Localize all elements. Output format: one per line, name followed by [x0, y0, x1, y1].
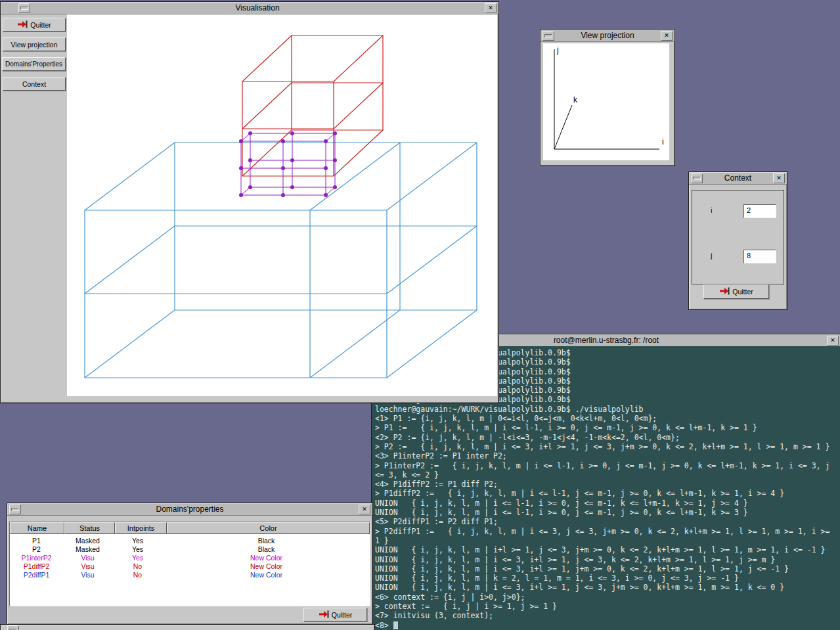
terminal-line: 1 } [375, 536, 839, 545]
partial-window[interactable] [0, 624, 375, 630]
p1diffp2-wireframe [242, 35, 383, 176]
window-menu-icon[interactable] [691, 173, 703, 183]
terminal-line: > P2diffP1 := { i, j, k, l, m | i <= 3, … [375, 527, 839, 536]
table-cell: No [112, 562, 163, 570]
quitter-button-label: Quitter [332, 611, 353, 619]
projection-axes: j k i [543, 43, 669, 160]
terminal-line: <2> P2 := {i, j, k, l, m | -l<i<=3, -m-1… [375, 433, 839, 442]
context-i-field[interactable]: 2 [743, 204, 776, 218]
context-j-field[interactable]: 8 [743, 250, 776, 263]
quitter-button[interactable]: Quitter [3, 18, 66, 32]
context-field-label: i [711, 206, 712, 214]
domains-titlebar[interactable]: Domains'properties ✕ [7, 503, 372, 516]
table-row[interactable]: P1MaskedYesBlack [10, 536, 370, 545]
close-icon[interactable]: ✕ [485, 3, 497, 13]
visualisation-titlebar[interactable]: Visualisation ✕ [1, 2, 498, 14]
table-row[interactable]: P2MaskedYesBlack [10, 545, 370, 553]
terminal-line: <1> P1 := {i, j, k, l, m | 0<=i<l, 0<=j<… [375, 414, 839, 423]
close-icon[interactable]: ✕ [827, 336, 839, 346]
close-icon[interactable]: ✕ [359, 505, 370, 514]
terminal-prompt: <8> [375, 621, 839, 630]
table-cell: Black [163, 545, 370, 553]
terminal-line: UNION { i, j, k, l, m | i <= 3, i+l >= 1… [375, 564, 839, 574]
view-projection-window: View projection ✕ j k i [540, 29, 675, 166]
context-button-label: Context [22, 80, 46, 88]
visualisation-canvas[interactable] [67, 14, 497, 396]
table-cell: Yes [112, 553, 163, 562]
column-header-intpoints[interactable]: Intpoints [115, 522, 167, 534]
axis-label-k: k [573, 95, 578, 104]
context-window: Context ✕ i 2 j 8 Quitter [688, 171, 787, 310]
view-projection-title: View projection [556, 31, 659, 40]
terminal-line: > P2 := { i, j, k, l, m | i <= 3, i+l >=… [375, 442, 839, 451]
terminal-line: UNION { i, j, k, l, m | i <= l-1, i >= 0… [375, 508, 839, 517]
table-cell: Masked [63, 536, 112, 545]
view-projection-button-label: View projection [11, 41, 57, 49]
close-icon[interactable]: ✕ [661, 31, 673, 41]
quit-icon [719, 287, 730, 296]
terminal-line: <= 3, k <= 2 } [375, 470, 839, 480]
terminal-line: UNION { i, j, k, l, m | i+l >= 1, j <= 3… [375, 545, 839, 554]
terminal-line: <3> P1interP2 := P1 inter P2; [375, 451, 839, 461]
window-menu-icon[interactable] [9, 505, 21, 514]
projection-canvas[interactable]: j k i [543, 43, 669, 160]
table-cell: No [112, 570, 163, 579]
table-cell: Visu [63, 553, 112, 562]
table-cell: P2 [10, 545, 63, 553]
close-icon[interactable]: ✕ [773, 173, 785, 183]
table-cell: P1interP2 [10, 553, 63, 562]
terminal-cursor [393, 621, 398, 629]
window-menu-icon[interactable] [18, 3, 30, 13]
quit-icon [17, 20, 28, 30]
visualisation-window: Visualisation ✕ Quitter View projection … [0, 1, 499, 403]
terminal-line: <7> initvisu (3, context); [375, 611, 839, 620]
terminal-line: > context := { i, j | i >= 1, j >= 1 } [375, 602, 839, 611]
table-cell: P2diffP1 [10, 570, 63, 579]
table-cell: Masked [63, 545, 112, 553]
terminal-line: > P1interP2 := { i, j, k, l, m | i <= l-… [375, 461, 839, 470]
domains-properties-button[interactable]: Domains'Properties [2, 57, 66, 71]
context-panel: i 2 j 8 [692, 190, 784, 284]
table-row[interactable]: P1diffP2VisuNoNew Color [10, 562, 370, 570]
context-button[interactable]: Context [3, 77, 66, 91]
column-header-status[interactable]: Status [64, 522, 115, 534]
terminal-line: <4> P1diffP2 := P1 diff P2; [375, 480, 839, 489]
table-row[interactable]: P1interP2VisuYesNew Color [10, 553, 370, 562]
terminal-line: UNION { i, j, k, l, m | i <= 3, i+l >= 1… [375, 555, 839, 564]
visualisation-title: Visualisation [32, 3, 483, 12]
table-cell: Visu [63, 562, 112, 570]
axis-label-j: j [556, 45, 559, 55]
column-header-color[interactable]: Color [167, 522, 370, 534]
table-cell: P1diffP2 [10, 562, 63, 570]
terminal-line: UNION { i, j, k, l, m | i <= 3, i+l >= 1… [375, 583, 839, 592]
context-titlebar[interactable]: Context ✕ [689, 172, 787, 185]
terminal-line: UNION { i, j, k, l, m | k = 2, l = 1, m … [375, 574, 839, 583]
window-menu-icon[interactable] [542, 31, 554, 41]
wireframe-scene [67, 14, 497, 396]
quitter-button[interactable]: Quitter [303, 608, 367, 621]
p1interp2-wireframe [239, 131, 337, 197]
terminal-line: <5> P2diffP1 := P2 diff P1; [375, 517, 839, 526]
domains-properties-window: Domains'properties ✕ Name Status Intpoin… [7, 503, 373, 625]
table-cell: P1 [10, 536, 63, 545]
view-projection-button[interactable]: View projection [3, 37, 66, 51]
terminal-line: <6> context := {i, j | i>0, j>0}; [375, 593, 839, 602]
axis-label-i: i [662, 137, 664, 146]
quitter-button-label: Quitter [732, 288, 753, 296]
table-cell: New Color [163, 570, 370, 579]
context-title: Context [704, 173, 772, 183]
domains-title: Domains'properties [22, 505, 357, 514]
domains-table-body: P1MaskedYesBlackP2MaskedYesBlackP1interP… [10, 534, 370, 579]
table-row[interactable]: P2diffP1VisuNoNew Color [10, 570, 370, 579]
context-field-label: j [711, 252, 712, 259]
view-projection-titlebar[interactable]: View projection ✕ [541, 30, 674, 42]
table-cell: New Color [163, 553, 370, 562]
domains-table-header: Name Status Intpoints Color [10, 522, 370, 534]
window-menu-icon[interactable] [7, 625, 19, 630]
quitter-button[interactable]: Quitter [703, 284, 769, 299]
domains-properties-button-label: Domains'Properties [5, 60, 62, 68]
column-header-name[interactable]: Name [10, 522, 64, 534]
quitter-button-label: Quitter [30, 21, 51, 29]
terminal-line: > P1 := { i, j, k, l, m | i <= l-1, i >=… [375, 423, 839, 432]
p2diffp1-wireframe [85, 143, 477, 378]
